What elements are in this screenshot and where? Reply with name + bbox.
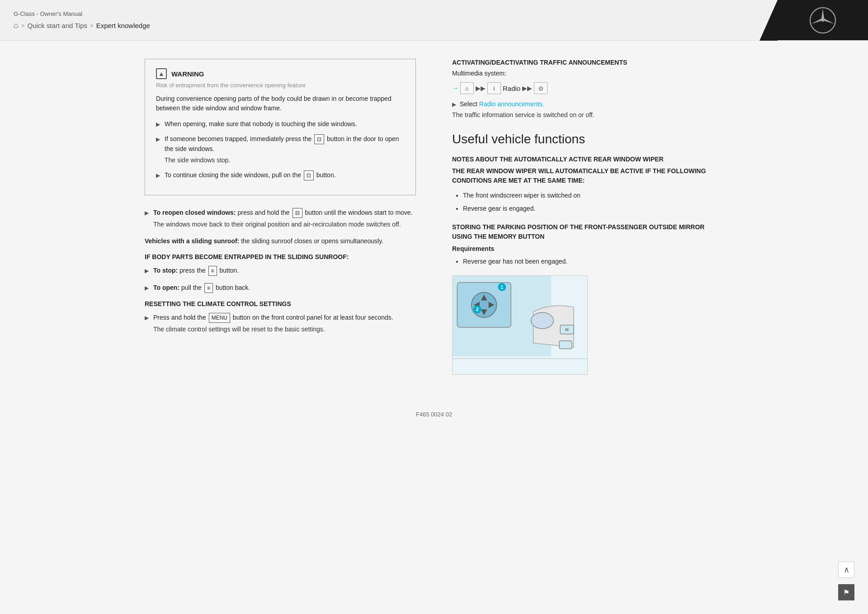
sunroof-heading: IF BODY PARTS BECOME ENTRAPPED IN THE SL… [145,253,416,260]
double-arrow-icon: ▶▶ [476,85,486,92]
svg-point-2 [821,19,824,22]
open-button-icon: ≡ [204,283,213,293]
sunroof-bold: Vehicles with a sliding sunroof: [145,237,239,245]
requirements-list: Reverse gear has not been engaged. [452,257,723,266]
header-logo-area [778,0,868,40]
svg-text:M: M [565,327,568,332]
climate-heading: RESETTING THE CLIMATE CONTROL SETTINGS [145,300,416,307]
multimedia-icon-row: → ⌂ ▶▶ i Radio ▶▶ ⊙ [452,82,723,94]
svg-point-14 [531,312,554,329]
warning-item-1: When opening, make sure that nobody is t… [165,119,405,129]
list-item: ▶ To continue closing the side windows, … [156,170,405,180]
scroll-up-icon: ∧ [844,565,849,575]
footer-code: F465 0024 02 [416,411,452,418]
bookmark-icon: ⚑ [843,588,849,597]
right-column: ACTIVATING/DEACTIVATING TRAFFIC ANNOUNCE… [443,59,723,375]
requirements-label: Requirements [452,245,723,252]
header: G-Class - Owner's Manual ⌂ > Quick start… [0,0,868,41]
reopen-button-icon: ⊟ [292,208,302,218]
home-icon: ⌂ [460,82,474,94]
warning-list: ▶ When opening, make sure that nobody is… [156,119,405,180]
mirror-heading: STORING THE PARKING POSITION OF THE FRON… [452,222,723,241]
climate-sub-text: The climate control settings will be res… [153,325,393,334]
svg-rect-17 [559,341,572,349]
mirror-diagram-svg: 1 2 M [453,276,587,374]
bookmark-button[interactable]: ⚑ [838,584,854,600]
list-item: ▶ If someone becomes trapped, immediatel… [156,134,405,165]
main-content: ▲ WARNING Risk of entrapment from the co… [118,41,750,393]
warning-subtitle: Risk of entrapment from the convenience … [156,82,405,89]
requirements-item-1: Reverse gear has not been engaged. [463,257,723,266]
settings-icon: ⊙ [534,82,547,94]
svg-text:2: 2 [476,307,479,312]
bullet-arrow-icon: ▶ [145,267,149,276]
reopen-text: To reopen closed windows: press and hold… [153,208,413,229]
list-item: ▶ When opening, make sure that nobody is… [156,119,405,129]
sunroof-stop-item: ▶ To stop: press the ≡ button. [145,266,416,276]
wiper-item-1: The front windscreen wiper is switched o… [463,191,723,200]
select-text: Select Radio announcements. [460,100,544,108]
sunroof-open-text: To open: pull the ≡ button back. [153,283,250,293]
info-icon: i [487,82,501,94]
bullet-arrow-icon: ▶ [145,284,149,293]
bullet-arrow-icon: ▶ [145,209,149,229]
wiper-heading: NOTES ABOUT THE AUTOMATICALLY ACTIVE REA… [452,156,723,163]
stop-button-icon: ≡ [208,266,217,276]
warning-header: ▲ WARNING [156,68,405,79]
mercedes-logo [809,7,836,34]
traffic-info-text: The traffic information service is switc… [452,111,723,118]
double-arrow-icon2: ▶▶ [522,85,532,92]
warning-box: ▲ WARNING Risk of entrapment from the co… [145,59,416,195]
wiper-item-2: Reverse gear is engaged. [463,204,723,213]
header-left: G-Class - Owner's Manual ⌂ > Quick start… [0,0,778,40]
breadcrumb: ⌂ > Quick start and Tips > Expert knowle… [14,21,764,30]
traffic-heading: ACTIVATING/DEACTIVATING TRAFFIC ANNOUNCE… [452,59,723,66]
reopen-bold-label: To reopen closed windows: [153,209,236,216]
menu-button-icon: MENU [209,313,230,323]
manual-title: G-Class - Owner's Manual [14,10,764,17]
reopen-sub-text: The windows move back to their original … [153,220,413,229]
bullet-arrow-icon: ▶ [156,120,160,129]
warning-triangle-icon: ▲ [156,68,167,79]
footer: F465 0024 02 [0,402,868,427]
warning-title: WARNING [171,70,204,78]
radio-label: Radio [503,85,520,92]
traffic-section: ACTIVATING/DEACTIVATING TRAFFIC ANNOUNCE… [452,59,723,118]
breadcrumb-item1[interactable]: Quick start and Tips [27,22,87,29]
bullet-arrow-icon: ▶ [145,314,149,334]
open-bold: To open: [153,284,179,291]
breadcrumb-sep2: > [90,22,94,29]
useful-title: Useful vehicle functions [452,132,723,146]
wiper-para: THE REAR WINDOW WIPER WILL AUTOMATICALLY… [452,166,723,185]
mirror-diagram: 1 2 M [452,275,588,375]
bullet-arrow-icon: ▶ [156,135,160,165]
warning-body: During convenience opening parts of the … [156,94,405,113]
window-pull-button-icon: ⊡ [304,170,314,180]
window-button-icon: ⊡ [314,134,324,144]
wiper-list: The front windscreen wiper is switched o… [452,191,723,213]
bullet-arrow-icon: ▶ [156,171,160,180]
scroll-up-button[interactable]: ∧ [838,562,854,578]
warning-item-2-sub: The side windows stop. [165,156,405,165]
sunroof-stop-text: To stop: press the ≡ button. [153,266,239,276]
breadcrumb-sep1: > [21,22,25,29]
warning-item-3: To continue closing the side windows, pu… [165,170,405,180]
breadcrumb-home-icon[interactable]: ⌂ [14,21,19,30]
sunroof-text: Vehicles with a sliding sunroof: the sli… [145,236,416,246]
svg-text:1: 1 [500,284,503,290]
left-column: ▲ WARNING Risk of entrapment from the co… [145,59,443,375]
select-line: ▶ Select Radio announcements. [452,100,723,108]
climate-item: ▶ Press and hold the MENU button on the … [145,313,416,334]
arrow-right-icon: → [452,85,458,92]
useful-section: Useful vehicle functions NOTES ABOUT THE… [452,132,723,375]
stop-bold: To stop: [153,267,178,274]
sunroof-open-item: ▶ To open: pull the ≡ button back. [145,283,416,293]
reopen-section: ▶ To reopen closed windows: press and ho… [145,208,416,229]
traffic-subtitle: Multimedia system: [452,70,723,77]
climate-text: Press and hold the MENU button on the fr… [153,313,393,334]
warning-item-2: If someone becomes trapped, immediately … [165,134,405,165]
radio-announcements-link[interactable]: Radio announcements. [479,100,544,108]
bullet-arrow-icon: ▶ [452,101,456,108]
breadcrumb-current: Expert knowledge [96,22,150,29]
